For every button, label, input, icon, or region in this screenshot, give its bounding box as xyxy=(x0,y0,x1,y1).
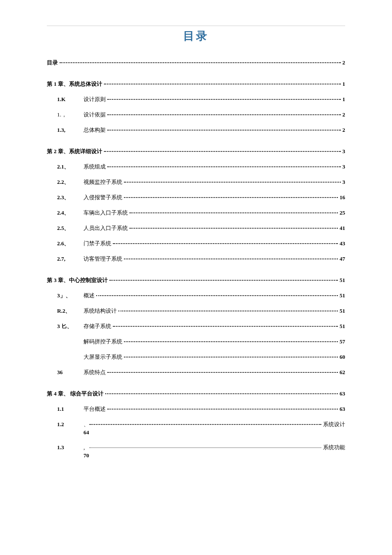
toc-num: 2.2、 xyxy=(57,178,84,186)
toc-entry[interactable]: 2.7,访客管理子系统47 xyxy=(47,255,345,263)
toc-num: 2.4、 xyxy=(57,209,84,217)
toc-entry[interactable]: 3」、概述51 xyxy=(47,292,345,299)
toc-label: 门禁子系统 xyxy=(84,240,111,247)
toc-entry[interactable]: 1.2、系统设计 xyxy=(47,421,345,428)
toc-entry[interactable]: 2.4、车辆出入口子系统25 xyxy=(47,209,345,217)
toc-page: 3 xyxy=(343,179,346,186)
toc-chapter[interactable]: 目录2 xyxy=(47,59,345,67)
toc-entry[interactable]: 2.1、系统组成3 xyxy=(47,163,345,171)
toc-page: 60 xyxy=(340,354,345,360)
toc-num: 3 匕、 xyxy=(57,323,84,330)
toc-page: 1 xyxy=(343,81,346,87)
toc-label: 概述 xyxy=(84,292,95,299)
leader-dots xyxy=(107,99,341,100)
toc-entry[interactable]: 1.1平台概述63 xyxy=(47,405,345,413)
toc-page: 47 xyxy=(340,256,345,262)
leader-dots xyxy=(107,130,341,131)
toc-entry[interactable]: 1.K设计原则1 xyxy=(47,96,345,103)
top-hairline xyxy=(47,26,345,26)
leader-dots xyxy=(104,151,341,152)
leader-dots xyxy=(89,447,321,448)
leader-dots xyxy=(96,295,338,296)
toc-page: 64 xyxy=(47,429,345,436)
table-of-contents: 目录2第 1 章、系统总体设计11.K设计原则11.，设计依据21.3,总体构架… xyxy=(47,59,345,459)
leader-dots xyxy=(118,311,338,311)
toc-pre: , xyxy=(84,444,88,451)
toc-page: 25 xyxy=(340,209,345,216)
toc-page: 16 xyxy=(340,194,345,201)
toc-entry[interactable]: 3 匕、存储子系统51 xyxy=(47,323,345,330)
toc-page: 2 xyxy=(343,127,346,134)
leader-dots xyxy=(124,341,338,342)
toc-tail-label: 系统功能 xyxy=(323,444,345,451)
toc-num: 3」、 xyxy=(57,292,84,299)
toc-entry[interactable]: 解码拼控子系统57 xyxy=(47,338,345,346)
toc-num: 1.K xyxy=(57,96,84,103)
page-title: 目录 xyxy=(47,29,345,44)
leader-dots xyxy=(107,372,338,373)
toc-entry[interactable]: 2.3、入侵报警子系统16 xyxy=(47,194,345,201)
toc-page: 1 xyxy=(343,96,346,103)
leader-dots xyxy=(124,197,338,198)
leader-dots xyxy=(110,280,338,281)
toc-label: 第 3 章、中心控制室设计 xyxy=(47,276,108,284)
toc-page: 2 xyxy=(343,59,346,66)
toc-label: 视频监控子系统 xyxy=(84,178,122,186)
toc-label: 目录 xyxy=(47,59,58,67)
toc-pre: 、 xyxy=(84,421,88,428)
leader-dots xyxy=(89,424,321,425)
toc-label: 解码拼控子系统 xyxy=(84,338,122,346)
toc-label: 第 4 章、 综合平台设计 xyxy=(47,390,104,398)
leader-dots xyxy=(105,393,338,394)
toc-num: 2.6、 xyxy=(57,240,84,247)
toc-num: 2.5、 xyxy=(57,224,84,232)
toc-num: 36 xyxy=(57,369,84,376)
toc-chapter[interactable]: 第 1 章、系统总体设计1 xyxy=(47,80,345,88)
toc-num: 2.3、 xyxy=(57,194,84,201)
toc-page: 51 xyxy=(340,308,345,314)
toc-chapter[interactable]: 第 4 章、 综合平台设计63 xyxy=(47,390,345,398)
toc-entry[interactable]: 2.2、视频监控子系统3 xyxy=(47,178,345,186)
toc-label: 车辆出入口子系统 xyxy=(84,209,128,217)
leader-dots xyxy=(124,259,338,259)
toc-num: 1.2 xyxy=(57,421,84,428)
leader-dots xyxy=(107,114,341,115)
toc-page: 70 xyxy=(47,452,345,459)
toc-tail-label: 系统设计 xyxy=(323,421,345,428)
toc-label: 平台概述 xyxy=(84,405,106,413)
toc-page: 63 xyxy=(340,406,345,413)
toc-label: 人员出入口子系统 xyxy=(84,224,128,232)
toc-page: 2 xyxy=(343,111,346,118)
toc-entry[interactable]: 36系统特点62 xyxy=(47,369,345,376)
toc-page: 51 xyxy=(340,323,345,330)
toc-entry[interactable]: 1.，设计依据2 xyxy=(47,111,345,119)
toc-entry[interactable]: 2.5、人员出入口子系统41 xyxy=(47,224,345,232)
toc-page: 57 xyxy=(340,338,345,345)
toc-label: 设计依据 xyxy=(84,111,106,119)
toc-label: 大屏显示子系统 xyxy=(84,353,122,361)
leader-dots xyxy=(130,212,338,213)
leader-dots xyxy=(124,182,341,183)
toc-page: 63 xyxy=(340,390,345,397)
toc-label: 存储子系统 xyxy=(84,323,111,330)
toc-num: 1.3 xyxy=(57,444,84,451)
toc-label: 设计原则 xyxy=(84,96,106,103)
toc-num: R.2、 xyxy=(57,307,84,315)
toc-chapter[interactable]: 第 3 章、中心控制室设计51 xyxy=(47,276,345,284)
toc-entry[interactable]: 1.3,总体构架2 xyxy=(47,126,345,134)
toc-page: 51 xyxy=(340,277,345,284)
toc-label: 系统组成 xyxy=(84,163,106,171)
leader-dots xyxy=(124,357,338,357)
toc-entry[interactable]: R.2、系统结构设计51 xyxy=(47,307,345,315)
toc-page: 51 xyxy=(340,292,345,299)
toc-entry[interactable]: 2.6、门禁子系统43 xyxy=(47,240,345,247)
leader-dots xyxy=(107,166,341,167)
toc-page: 3 xyxy=(343,148,346,155)
toc-entry[interactable]: 大屏显示子系统60 xyxy=(47,353,345,361)
toc-entry[interactable]: 1.3,系统功能 xyxy=(47,444,345,451)
toc-num: 2.1、 xyxy=(57,163,84,171)
toc-label: 第 2 章、系统详细设计 xyxy=(47,148,102,155)
toc-label: 访客管理子系统 xyxy=(84,255,122,263)
toc-label: 入侵报警子系统 xyxy=(84,194,122,201)
toc-chapter[interactable]: 第 2 章、系统详细设计3 xyxy=(47,148,345,155)
